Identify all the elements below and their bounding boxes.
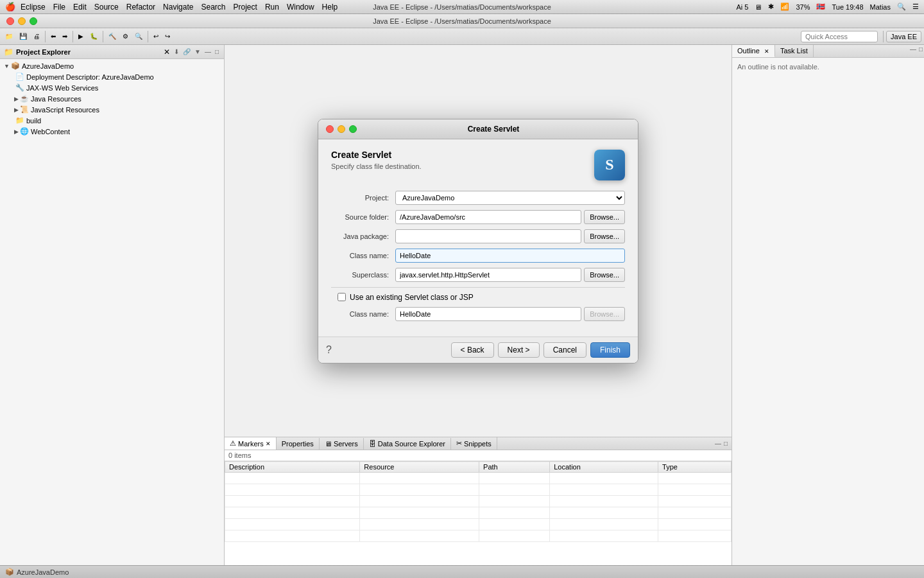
tab-outline[interactable]: Outline ✕: [732, 45, 775, 57]
tab-snippets[interactable]: ✂ Snippets: [451, 437, 497, 450]
panel-icons: ⬇ 🔗 ▼ — □: [173, 48, 220, 56]
class-name-input[interactable]: [395, 249, 625, 263]
finish-button[interactable]: Finish: [590, 342, 630, 358]
dialog-window-controls[interactable]: [326, 125, 357, 133]
project-icon: 📁: [4, 48, 13, 57]
tab-servers[interactable]: 🖥 Servers: [320, 438, 364, 450]
dialog-maximize[interactable]: [349, 125, 357, 133]
separator-4: [148, 31, 148, 42]
tab-data-source-explorer[interactable]: 🗄 Data Source Explorer: [364, 438, 451, 450]
folder-icon: 📁: [15, 116, 24, 125]
java-package-input[interactable]: [395, 229, 581, 243]
right-panel-tabs: Outline ✕ Task List — □: [732, 45, 924, 58]
macos-menubar: 🍎 Eclipse File Edit Source Refactor Navi…: [0, 0, 924, 14]
toolbar-btn-9[interactable]: ↩: [151, 31, 161, 41]
menu-window[interactable]: Window: [287, 3, 314, 12]
superclass-row: Superclass: Browse...: [331, 268, 625, 282]
maximize-button[interactable]: [30, 17, 37, 25]
menu-refactor[interactable]: Refactor: [126, 3, 155, 12]
status-project-icon: 📦: [5, 568, 14, 576]
class-name2-browse-button: Browse...: [584, 307, 625, 321]
toolbar-btn-10[interactable]: ↪: [162, 31, 173, 41]
next-button[interactable]: Next >: [498, 342, 540, 358]
toolbar-btn-debug[interactable]: 🐛: [87, 31, 100, 41]
window-controls[interactable]: [6, 17, 37, 25]
toolbar-btn-8[interactable]: 🔍: [132, 31, 145, 41]
tree-item-azurejavademo[interactable]: ▼ 📦 AzureJavaDemo: [1, 60, 223, 71]
close-markers-icon[interactable]: ✕: [266, 441, 271, 447]
cancel-button[interactable]: Cancel: [543, 342, 586, 358]
dialog-title: Create Servlet: [357, 125, 630, 134]
back-button[interactable]: < Back: [451, 342, 494, 358]
toolbar-btn-run[interactable]: ▶: [76, 31, 86, 41]
quick-access-input[interactable]: [801, 31, 878, 42]
minimize-button[interactable]: [18, 17, 26, 25]
menu-project[interactable]: Project: [234, 3, 257, 12]
tree-item-deployment[interactable]: 📄 Deployment Descriptor: AzureJavaDemo: [1, 71, 223, 82]
link-with-editor-icon[interactable]: 🔗: [182, 48, 192, 56]
tree-item-js-resources[interactable]: ▶ 📜 JavaScript Resources: [1, 104, 223, 115]
right-panel-maximize-icon[interactable]: □: [918, 45, 924, 57]
table-row: [225, 530, 732, 542]
right-panel-minimize-icon[interactable]: —: [909, 45, 918, 57]
menu-bar[interactable]: Eclipse File Edit Source Refactor Naviga…: [21, 3, 338, 12]
bottom-panel-maximize-icon[interactable]: □: [723, 439, 729, 448]
apple-menu[interactable]: 🍎: [5, 2, 15, 12]
search-icon[interactable]: 🔍: [897, 3, 906, 11]
toolbar-btn-5[interactable]: ➡: [60, 31, 70, 41]
menu-source[interactable]: Source: [94, 3, 119, 12]
class-name2-input[interactable]: [395, 307, 581, 321]
close-outline-icon[interactable]: ✕: [764, 48, 769, 55]
toolbar-btn-1[interactable]: 📁: [3, 31, 15, 41]
help-icon[interactable]: ?: [326, 344, 332, 356]
panel-menu-icon[interactable]: ▼: [193, 48, 202, 56]
list-icon[interactable]: ☰: [912, 3, 919, 11]
existing-servlet-checkbox[interactable]: [338, 293, 346, 301]
collapse-all-icon[interactable]: ⬇: [173, 48, 180, 56]
menu-eclipse[interactable]: Eclipse: [21, 3, 46, 12]
col-resource[interactable]: Resource: [360, 462, 479, 473]
tree-item-build[interactable]: 📁 build: [1, 115, 223, 126]
col-path[interactable]: Path: [479, 462, 550, 473]
minimize-panel-icon[interactable]: —: [203, 48, 212, 56]
menu-edit[interactable]: Edit: [73, 3, 87, 12]
bottom-panel-minimize-icon[interactable]: —: [714, 439, 723, 448]
tree-item-jaxws[interactable]: 🔧 JAX-WS Web Services: [1, 82, 223, 93]
tab-markers[interactable]: ⚠ Markers ✕: [225, 437, 277, 450]
source-folder-field: Browse...: [395, 210, 625, 224]
source-folder-browse-button[interactable]: Browse...: [584, 210, 625, 224]
toolbar-btn-3[interactable]: 🖨: [31, 31, 42, 41]
menu-run[interactable]: Run: [265, 3, 279, 12]
tab-task-list[interactable]: Task List: [775, 45, 814, 57]
toolbar-btn-7[interactable]: ⚙: [120, 31, 131, 41]
project-select[interactable]: AzureJavaDemo: [395, 191, 625, 205]
toolbar-btn-4[interactable]: ⬅: [48, 31, 58, 41]
java-package-browse-button[interactable]: Browse...: [584, 229, 625, 243]
descriptor-icon: 📄: [15, 73, 24, 81]
toolbar-btn-6[interactable]: 🔨: [106, 31, 119, 41]
col-type[interactable]: Type: [658, 462, 732, 473]
close-button[interactable]: [6, 17, 14, 25]
source-folder-input[interactable]: [395, 210, 581, 224]
menu-file[interactable]: File: [53, 3, 65, 12]
menu-navigate[interactable]: Navigate: [163, 3, 193, 12]
menu-help[interactable]: Help: [322, 3, 338, 12]
superclass-browse-button[interactable]: Browse...: [584, 268, 625, 282]
webservice-icon: 🔧: [15, 83, 24, 92]
menu-search[interactable]: Search: [201, 3, 225, 12]
superclass-input[interactable]: [395, 268, 581, 282]
dialog-close[interactable]: [326, 125, 334, 133]
tab-properties[interactable]: Properties: [277, 438, 320, 450]
maximize-panel-icon[interactable]: □: [214, 48, 220, 56]
close-tab-icon[interactable]: ✕: [164, 48, 170, 57]
toolbar-btn-2[interactable]: 💾: [17, 31, 30, 41]
tree-label: Deployment Descriptor: AzureJavaDemo: [26, 73, 154, 81]
tree-item-java-resources[interactable]: ▶ ☕ Java Resources: [1, 93, 223, 104]
perspective-java-ee[interactable]: Java EE: [886, 31, 921, 42]
col-description[interactable]: Description: [225, 462, 360, 473]
dialog-minimize[interactable]: [338, 125, 345, 133]
tree-item-webcontent[interactable]: ▶ 🌐 WebContent: [1, 126, 223, 137]
col-location[interactable]: Location: [550, 462, 658, 473]
outline-content: An outline is not available.: [732, 58, 924, 565]
datasource-icon: 🗄: [369, 440, 376, 448]
